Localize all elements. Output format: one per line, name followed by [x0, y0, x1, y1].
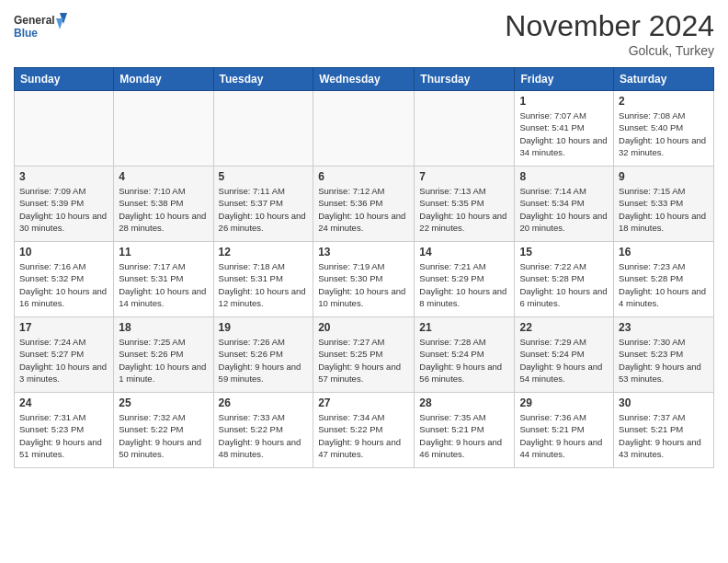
- calendar-cell: 23 Sunrise: 7:30 AM Sunset: 5:23 PM Dayl…: [614, 317, 714, 393]
- logo: General Blue: [14, 9, 69, 46]
- day-number: 5: [219, 170, 309, 183]
- location: Golcuk, Turkey: [505, 43, 714, 58]
- day-number: 3: [19, 170, 108, 183]
- calendar-cell: 3 Sunrise: 7:09 AM Sunset: 5:39 PM Dayli…: [15, 167, 114, 242]
- day-info: Sunrise: 7:36 AM Sunset: 5:21 PM Dayligh…: [519, 412, 602, 459]
- day-number: 14: [419, 246, 509, 259]
- day-info: Sunrise: 7:37 AM Sunset: 5:21 PM Dayligh…: [619, 412, 701, 459]
- day-number: 10: [19, 246, 108, 259]
- calendar-cell: 5 Sunrise: 7:11 AM Sunset: 5:37 PM Dayli…: [213, 167, 313, 242]
- calendar-cell: 27 Sunrise: 7:34 AM Sunset: 5:22 PM Dayl…: [313, 393, 415, 468]
- day-info: Sunrise: 7:24 AM Sunset: 5:27 PM Dayligh…: [19, 337, 107, 384]
- day-info: Sunrise: 7:12 AM Sunset: 5:36 PM Dayligh…: [318, 186, 405, 233]
- calendar-cell: 1 Sunrise: 7:07 AM Sunset: 5:41 PM Dayli…: [515, 91, 614, 167]
- calendar-header-row: Sunday Monday Tuesday Wednesday Thursday…: [15, 68, 714, 91]
- page: General Blue November 2024 Golcuk, Turke…: [0, 0, 728, 563]
- day-number: 13: [318, 246, 409, 259]
- calendar-cell: 8 Sunrise: 7:14 AM Sunset: 5:34 PM Dayli…: [515, 167, 614, 242]
- day-info: Sunrise: 7:31 AM Sunset: 5:23 PM Dayligh…: [19, 412, 102, 459]
- calendar-week-row: 3 Sunrise: 7:09 AM Sunset: 5:39 PM Dayli…: [15, 167, 714, 242]
- day-info: Sunrise: 7:35 AM Sunset: 5:21 PM Dayligh…: [419, 412, 502, 459]
- calendar-cell: 28 Sunrise: 7:35 AM Sunset: 5:21 PM Dayl…: [415, 393, 515, 468]
- col-monday: Monday: [114, 68, 213, 91]
- day-info: Sunrise: 7:11 AM Sunset: 5:37 PM Dayligh…: [219, 186, 306, 233]
- calendar-cell: 13 Sunrise: 7:19 AM Sunset: 5:30 PM Dayl…: [313, 242, 415, 317]
- day-number: 25: [119, 396, 208, 409]
- day-number: 24: [19, 396, 108, 409]
- calendar-cell: 7 Sunrise: 7:13 AM Sunset: 5:35 PM Dayli…: [415, 167, 515, 242]
- day-info: Sunrise: 7:15 AM Sunset: 5:33 PM Dayligh…: [619, 186, 706, 233]
- calendar-cell: 15 Sunrise: 7:22 AM Sunset: 5:28 PM Dayl…: [515, 242, 614, 317]
- day-number: 1: [519, 95, 609, 108]
- calendar-cell: 12 Sunrise: 7:18 AM Sunset: 5:31 PM Dayl…: [213, 242, 313, 317]
- day-info: Sunrise: 7:30 AM Sunset: 5:23 PM Dayligh…: [619, 337, 701, 384]
- day-info: Sunrise: 7:27 AM Sunset: 5:25 PM Dayligh…: [318, 337, 401, 384]
- day-info: Sunrise: 7:33 AM Sunset: 5:22 PM Dayligh…: [219, 412, 301, 459]
- col-sunday: Sunday: [15, 68, 114, 91]
- day-number: 28: [419, 396, 509, 409]
- title-block: November 2024 Golcuk, Turkey: [505, 9, 714, 58]
- calendar-cell: 30 Sunrise: 7:37 AM Sunset: 5:21 PM Dayl…: [614, 393, 714, 468]
- day-number: 4: [119, 170, 208, 183]
- calendar-cell: 20 Sunrise: 7:27 AM Sunset: 5:25 PM Dayl…: [313, 317, 415, 393]
- day-number: 23: [619, 321, 709, 334]
- day-number: 26: [219, 396, 309, 409]
- calendar-cell: [114, 91, 213, 167]
- calendar-cell: 24 Sunrise: 7:31 AM Sunset: 5:23 PM Dayl…: [15, 393, 114, 468]
- calendar-cell: 26 Sunrise: 7:33 AM Sunset: 5:22 PM Dayl…: [213, 393, 313, 468]
- day-number: 22: [519, 321, 609, 334]
- calendar-cell: [415, 91, 515, 167]
- col-wednesday: Wednesday: [313, 68, 415, 91]
- svg-marker-3: [56, 18, 63, 29]
- calendar-cell: 6 Sunrise: 7:12 AM Sunset: 5:36 PM Dayli…: [313, 167, 415, 242]
- day-info: Sunrise: 7:26 AM Sunset: 5:26 PM Dayligh…: [219, 337, 301, 384]
- day-info: Sunrise: 7:10 AM Sunset: 5:38 PM Dayligh…: [119, 186, 206, 233]
- logo-svg: General Blue: [14, 9, 69, 46]
- calendar-cell: 4 Sunrise: 7:10 AM Sunset: 5:38 PM Dayli…: [114, 167, 213, 242]
- col-friday: Friday: [515, 68, 614, 91]
- day-number: 15: [519, 246, 609, 259]
- day-number: 2: [619, 95, 709, 108]
- calendar-cell: 19 Sunrise: 7:26 AM Sunset: 5:26 PM Dayl…: [213, 317, 313, 393]
- day-number: 8: [519, 170, 609, 183]
- day-info: Sunrise: 7:09 AM Sunset: 5:39 PM Dayligh…: [19, 186, 107, 233]
- day-number: 11: [119, 246, 208, 259]
- svg-text:General: General: [14, 14, 55, 27]
- day-info: Sunrise: 7:32 AM Sunset: 5:22 PM Dayligh…: [119, 412, 201, 459]
- day-info: Sunrise: 7:22 AM Sunset: 5:28 PM Dayligh…: [519, 261, 607, 308]
- calendar-cell: 21 Sunrise: 7:28 AM Sunset: 5:24 PM Dayl…: [415, 317, 515, 393]
- calendar-cell: [213, 91, 313, 167]
- calendar-cell: 2 Sunrise: 7:08 AM Sunset: 5:40 PM Dayli…: [614, 91, 714, 167]
- calendar-cell: [313, 91, 415, 167]
- day-info: Sunrise: 7:29 AM Sunset: 5:24 PM Dayligh…: [519, 337, 602, 384]
- day-number: 17: [19, 321, 108, 334]
- day-info: Sunrise: 7:23 AM Sunset: 5:28 PM Dayligh…: [619, 261, 706, 308]
- calendar-cell: 14 Sunrise: 7:21 AM Sunset: 5:29 PM Dayl…: [415, 242, 515, 317]
- day-number: 9: [619, 170, 709, 183]
- day-info: Sunrise: 7:18 AM Sunset: 5:31 PM Dayligh…: [219, 261, 306, 308]
- day-number: 27: [318, 396, 409, 409]
- calendar-cell: 9 Sunrise: 7:15 AM Sunset: 5:33 PM Dayli…: [614, 167, 714, 242]
- calendar-week-row: 17 Sunrise: 7:24 AM Sunset: 5:27 PM Dayl…: [15, 317, 714, 393]
- day-info: Sunrise: 7:28 AM Sunset: 5:24 PM Dayligh…: [419, 337, 502, 384]
- calendar-week-row: 1 Sunrise: 7:07 AM Sunset: 5:41 PM Dayli…: [15, 91, 714, 167]
- calendar-cell: 29 Sunrise: 7:36 AM Sunset: 5:21 PM Dayl…: [515, 393, 614, 468]
- col-saturday: Saturday: [614, 68, 714, 91]
- calendar-cell: 25 Sunrise: 7:32 AM Sunset: 5:22 PM Dayl…: [114, 393, 213, 468]
- day-info: Sunrise: 7:34 AM Sunset: 5:22 PM Dayligh…: [318, 412, 401, 459]
- day-info: Sunrise: 7:17 AM Sunset: 5:31 PM Dayligh…: [119, 261, 206, 308]
- calendar-week-row: 10 Sunrise: 7:16 AM Sunset: 5:32 PM Dayl…: [15, 242, 714, 317]
- calendar-cell: 18 Sunrise: 7:25 AM Sunset: 5:26 PM Dayl…: [114, 317, 213, 393]
- day-info: Sunrise: 7:25 AM Sunset: 5:26 PM Dayligh…: [119, 337, 206, 384]
- day-number: 30: [619, 396, 709, 409]
- day-number: 19: [219, 321, 309, 334]
- day-number: 12: [219, 246, 309, 259]
- calendar-cell: 17 Sunrise: 7:24 AM Sunset: 5:27 PM Dayl…: [15, 317, 114, 393]
- header: General Blue November 2024 Golcuk, Turke…: [14, 9, 714, 58]
- calendar-week-row: 24 Sunrise: 7:31 AM Sunset: 5:23 PM Dayl…: [15, 393, 714, 468]
- col-tuesday: Tuesday: [213, 68, 313, 91]
- col-thursday: Thursday: [415, 68, 515, 91]
- calendar-cell: 22 Sunrise: 7:29 AM Sunset: 5:24 PM Dayl…: [515, 317, 614, 393]
- day-info: Sunrise: 7:16 AM Sunset: 5:32 PM Dayligh…: [19, 261, 107, 308]
- calendar: Sunday Monday Tuesday Wednesday Thursday…: [14, 67, 714, 468]
